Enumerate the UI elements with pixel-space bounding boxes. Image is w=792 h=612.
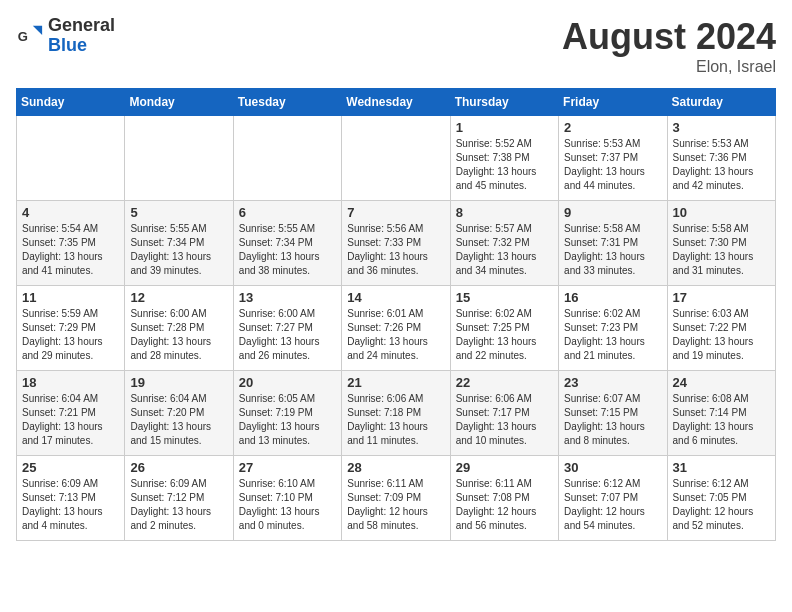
day-info: Sunrise: 6:09 AM Sunset: 7:12 PM Dayligh…	[130, 477, 227, 533]
calendar-cell: 26Sunrise: 6:09 AM Sunset: 7:12 PM Dayli…	[125, 456, 233, 541]
calendar-cell: 6Sunrise: 5:55 AM Sunset: 7:34 PM Daylig…	[233, 201, 341, 286]
calendar-cell: 29Sunrise: 6:11 AM Sunset: 7:08 PM Dayli…	[450, 456, 558, 541]
day-number: 21	[347, 375, 444, 390]
logo-general-text: General	[48, 16, 115, 36]
day-number: 12	[130, 290, 227, 305]
day-number: 10	[673, 205, 770, 220]
calendar-cell	[342, 116, 450, 201]
day-info: Sunrise: 6:05 AM Sunset: 7:19 PM Dayligh…	[239, 392, 336, 448]
calendar-cell: 8Sunrise: 5:57 AM Sunset: 7:32 PM Daylig…	[450, 201, 558, 286]
day-info: Sunrise: 6:10 AM Sunset: 7:10 PM Dayligh…	[239, 477, 336, 533]
calendar-cell: 3Sunrise: 5:53 AM Sunset: 7:36 PM Daylig…	[667, 116, 775, 201]
day-number: 18	[22, 375, 119, 390]
calendar-cell: 23Sunrise: 6:07 AM Sunset: 7:15 PM Dayli…	[559, 371, 667, 456]
day-number: 19	[130, 375, 227, 390]
weekday-header: Wednesday	[342, 89, 450, 116]
calendar-cell	[125, 116, 233, 201]
day-info: Sunrise: 5:58 AM Sunset: 7:30 PM Dayligh…	[673, 222, 770, 278]
day-number: 29	[456, 460, 553, 475]
calendar-cell: 18Sunrise: 6:04 AM Sunset: 7:21 PM Dayli…	[17, 371, 125, 456]
weekday-header: Friday	[559, 89, 667, 116]
day-number: 24	[673, 375, 770, 390]
day-info: Sunrise: 5:58 AM Sunset: 7:31 PM Dayligh…	[564, 222, 661, 278]
weekday-header: Thursday	[450, 89, 558, 116]
day-number: 7	[347, 205, 444, 220]
day-info: Sunrise: 6:06 AM Sunset: 7:18 PM Dayligh…	[347, 392, 444, 448]
day-number: 27	[239, 460, 336, 475]
day-number: 30	[564, 460, 661, 475]
calendar-cell: 22Sunrise: 6:06 AM Sunset: 7:17 PM Dayli…	[450, 371, 558, 456]
day-number: 14	[347, 290, 444, 305]
calendar-cell: 10Sunrise: 5:58 AM Sunset: 7:30 PM Dayli…	[667, 201, 775, 286]
day-info: Sunrise: 5:53 AM Sunset: 7:36 PM Dayligh…	[673, 137, 770, 193]
day-number: 23	[564, 375, 661, 390]
calendar-cell: 25Sunrise: 6:09 AM Sunset: 7:13 PM Dayli…	[17, 456, 125, 541]
calendar-cell: 11Sunrise: 5:59 AM Sunset: 7:29 PM Dayli…	[17, 286, 125, 371]
day-info: Sunrise: 6:02 AM Sunset: 7:23 PM Dayligh…	[564, 307, 661, 363]
day-number: 25	[22, 460, 119, 475]
calendar-week-row: 11Sunrise: 5:59 AM Sunset: 7:29 PM Dayli…	[17, 286, 776, 371]
calendar-week-row: 25Sunrise: 6:09 AM Sunset: 7:13 PM Dayli…	[17, 456, 776, 541]
day-number: 11	[22, 290, 119, 305]
day-number: 4	[22, 205, 119, 220]
logo-text: General Blue	[48, 16, 115, 56]
day-info: Sunrise: 5:55 AM Sunset: 7:34 PM Dayligh…	[130, 222, 227, 278]
svg-marker-1	[33, 26, 42, 35]
calendar-cell: 12Sunrise: 6:00 AM Sunset: 7:28 PM Dayli…	[125, 286, 233, 371]
calendar-cell: 13Sunrise: 6:00 AM Sunset: 7:27 PM Dayli…	[233, 286, 341, 371]
calendar-cell: 21Sunrise: 6:06 AM Sunset: 7:18 PM Dayli…	[342, 371, 450, 456]
weekday-header: Sunday	[17, 89, 125, 116]
day-info: Sunrise: 6:04 AM Sunset: 7:21 PM Dayligh…	[22, 392, 119, 448]
day-info: Sunrise: 5:57 AM Sunset: 7:32 PM Dayligh…	[456, 222, 553, 278]
title-block: August 2024 Elon, Israel	[562, 16, 776, 76]
calendar-cell: 14Sunrise: 6:01 AM Sunset: 7:26 PM Dayli…	[342, 286, 450, 371]
calendar-cell: 27Sunrise: 6:10 AM Sunset: 7:10 PM Dayli…	[233, 456, 341, 541]
calendar-week-row: 18Sunrise: 6:04 AM Sunset: 7:21 PM Dayli…	[17, 371, 776, 456]
weekday-header: Monday	[125, 89, 233, 116]
calendar-cell: 30Sunrise: 6:12 AM Sunset: 7:07 PM Dayli…	[559, 456, 667, 541]
calendar-cell: 19Sunrise: 6:04 AM Sunset: 7:20 PM Dayli…	[125, 371, 233, 456]
calendar-cell: 15Sunrise: 6:02 AM Sunset: 7:25 PM Dayli…	[450, 286, 558, 371]
day-number: 28	[347, 460, 444, 475]
calendar-cell	[17, 116, 125, 201]
day-number: 6	[239, 205, 336, 220]
day-number: 26	[130, 460, 227, 475]
day-info: Sunrise: 6:11 AM Sunset: 7:09 PM Dayligh…	[347, 477, 444, 533]
day-number: 15	[456, 290, 553, 305]
day-number: 22	[456, 375, 553, 390]
day-number: 31	[673, 460, 770, 475]
day-info: Sunrise: 6:11 AM Sunset: 7:08 PM Dayligh…	[456, 477, 553, 533]
day-info: Sunrise: 6:12 AM Sunset: 7:07 PM Dayligh…	[564, 477, 661, 533]
day-info: Sunrise: 5:53 AM Sunset: 7:37 PM Dayligh…	[564, 137, 661, 193]
day-number: 3	[673, 120, 770, 135]
day-info: Sunrise: 6:04 AM Sunset: 7:20 PM Dayligh…	[130, 392, 227, 448]
calendar-cell	[233, 116, 341, 201]
calendar-cell: 7Sunrise: 5:56 AM Sunset: 7:33 PM Daylig…	[342, 201, 450, 286]
day-info: Sunrise: 5:54 AM Sunset: 7:35 PM Dayligh…	[22, 222, 119, 278]
calendar-table: SundayMondayTuesdayWednesdayThursdayFrid…	[16, 88, 776, 541]
calendar-cell: 17Sunrise: 6:03 AM Sunset: 7:22 PM Dayli…	[667, 286, 775, 371]
day-info: Sunrise: 6:00 AM Sunset: 7:28 PM Dayligh…	[130, 307, 227, 363]
logo-blue-text: Blue	[48, 36, 115, 56]
day-info: Sunrise: 5:56 AM Sunset: 7:33 PM Dayligh…	[347, 222, 444, 278]
weekday-header-row: SundayMondayTuesdayWednesdayThursdayFrid…	[17, 89, 776, 116]
calendar-cell: 1Sunrise: 5:52 AM Sunset: 7:38 PM Daylig…	[450, 116, 558, 201]
day-number: 20	[239, 375, 336, 390]
day-number: 5	[130, 205, 227, 220]
calendar-week-row: 1Sunrise: 5:52 AM Sunset: 7:38 PM Daylig…	[17, 116, 776, 201]
page-header: G General Blue August 2024 Elon, Israel	[16, 16, 776, 76]
calendar-cell: 9Sunrise: 5:58 AM Sunset: 7:31 PM Daylig…	[559, 201, 667, 286]
day-info: Sunrise: 6:06 AM Sunset: 7:17 PM Dayligh…	[456, 392, 553, 448]
day-number: 9	[564, 205, 661, 220]
day-number: 17	[673, 290, 770, 305]
weekday-header: Tuesday	[233, 89, 341, 116]
day-info: Sunrise: 6:09 AM Sunset: 7:13 PM Dayligh…	[22, 477, 119, 533]
day-info: Sunrise: 6:02 AM Sunset: 7:25 PM Dayligh…	[456, 307, 553, 363]
day-info: Sunrise: 5:59 AM Sunset: 7:29 PM Dayligh…	[22, 307, 119, 363]
day-number: 8	[456, 205, 553, 220]
logo: G General Blue	[16, 16, 115, 56]
day-info: Sunrise: 6:12 AM Sunset: 7:05 PM Dayligh…	[673, 477, 770, 533]
day-number: 16	[564, 290, 661, 305]
day-number: 2	[564, 120, 661, 135]
calendar-week-row: 4Sunrise: 5:54 AM Sunset: 7:35 PM Daylig…	[17, 201, 776, 286]
